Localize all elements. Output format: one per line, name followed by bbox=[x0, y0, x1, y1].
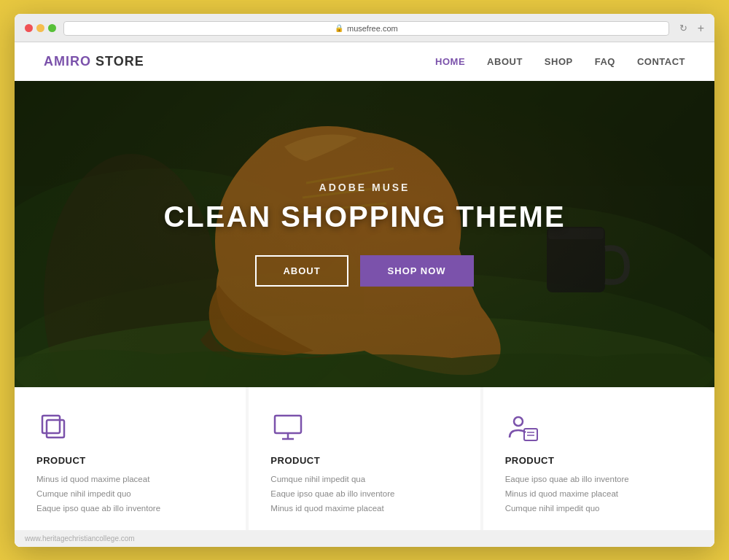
hero-buttons: ABOUT SHOP NOW bbox=[255, 255, 473, 287]
nav-item-about[interactable]: ABOUT bbox=[487, 55, 523, 68]
new-tab-button[interactable]: + bbox=[698, 22, 704, 35]
feature-item: Minus id quod maxime placeat bbox=[270, 504, 458, 513]
address-bar[interactable]: 🔒 musefree.com bbox=[63, 21, 669, 36]
feature-item: Cumque nihil impedit qua bbox=[270, 475, 458, 483]
nav-link-about[interactable]: ABOUT bbox=[487, 56, 523, 67]
feature-item: Minus id quod maxime placeat bbox=[505, 489, 693, 498]
feature-item: Minus id quod maxime placeat bbox=[36, 475, 224, 483]
hero-title: CLEAN SHOPPING THEME bbox=[163, 201, 565, 233]
lock-icon: 🔒 bbox=[335, 24, 343, 32]
shop-now-button[interactable]: SHOP NOW bbox=[360, 255, 474, 287]
svg-rect-12 bbox=[42, 416, 60, 433]
hero-content: ADOBE MUSE CLEAN SHOPPING THEME ABOUT SH… bbox=[15, 81, 714, 387]
feature-card-3: PRODUCT Eaque ipso quae ab illo inventor… bbox=[483, 387, 714, 530]
logo-store: STORE bbox=[91, 54, 144, 69]
nav-link-home[interactable]: HOME bbox=[435, 56, 465, 67]
feature-title-1: PRODUCT bbox=[36, 455, 224, 466]
feature-item: Cumque nihil impedit quo bbox=[36, 489, 224, 498]
site-logo[interactable]: AMIRO STORE bbox=[44, 54, 144, 69]
feature-card-1: PRODUCT Minus id quod maxime placeat Cum… bbox=[15, 387, 246, 530]
svg-rect-18 bbox=[524, 429, 537, 440]
navbar: AMIRO STORE HOME ABOUT SHOP FAQ CONTACT bbox=[15, 42, 714, 81]
minimize-button[interactable] bbox=[36, 24, 44, 32]
nav-item-faq[interactable]: FAQ bbox=[595, 55, 615, 68]
browser-chrome: 🔒 musefree.com ↻ + bbox=[15, 14, 714, 42]
hero-subtitle: ADOBE MUSE bbox=[319, 182, 410, 193]
features-section: PRODUCT Minus id quod maxime placeat Cum… bbox=[15, 387, 714, 530]
monitor-icon bbox=[270, 410, 305, 445]
site-content: AMIRO STORE HOME ABOUT SHOP FAQ CONTACT bbox=[15, 42, 714, 547]
nav-item-contact[interactable]: CONTACT bbox=[637, 55, 685, 68]
refresh-button[interactable]: ↻ bbox=[679, 23, 687, 34]
profile-icon bbox=[505, 410, 540, 445]
svg-point-17 bbox=[514, 417, 523, 426]
feature-list-2: Cumque nihil impedit qua Eaque ipso quae… bbox=[270, 475, 458, 513]
feature-item: Cumque nihil impedit quo bbox=[505, 504, 693, 513]
feature-list-3: Eaque ipso quae ab illo inventore Minus … bbox=[505, 475, 693, 513]
close-button[interactable] bbox=[25, 24, 33, 32]
layers-icon bbox=[36, 410, 71, 445]
feature-list-1: Minus id quod maxime placeat Cumque nihi… bbox=[36, 475, 224, 513]
maximize-button[interactable] bbox=[48, 24, 56, 32]
footer-text: www.heritagechristiancollege.com bbox=[25, 534, 135, 542]
feature-item: Eaque ipso quae ab illo inventore bbox=[36, 504, 224, 513]
nav-item-shop[interactable]: SHOP bbox=[545, 55, 573, 68]
svg-rect-14 bbox=[275, 416, 301, 433]
hero-section: ADOBE MUSE CLEAN SHOPPING THEME ABOUT SH… bbox=[15, 81, 714, 387]
nav-links: HOME ABOUT SHOP FAQ CONTACT bbox=[435, 55, 685, 68]
nav-link-faq[interactable]: FAQ bbox=[595, 56, 615, 67]
nav-link-contact[interactable]: CONTACT bbox=[637, 56, 685, 67]
feature-item: Eaque ipso quae ab illo inventore bbox=[505, 475, 693, 483]
feature-item: Eaque ipso quae ab illo inventore bbox=[270, 489, 458, 498]
traffic-lights bbox=[25, 24, 56, 32]
browser-window: 🔒 musefree.com ↻ + AMIRO STORE HOME ABOU… bbox=[15, 14, 714, 547]
feature-title-3: PRODUCT bbox=[505, 455, 693, 466]
nav-item-home[interactable]: HOME bbox=[435, 55, 465, 68]
nav-link-shop[interactable]: SHOP bbox=[545, 56, 573, 67]
logo-amiro: AMIRO bbox=[44, 54, 91, 69]
url-text: musefree.com bbox=[347, 24, 398, 33]
site-footer: www.heritagechristiancollege.com bbox=[15, 530, 714, 547]
about-button[interactable]: ABOUT bbox=[255, 255, 348, 287]
svg-rect-13 bbox=[47, 420, 64, 438]
feature-card-2: PRODUCT Cumque nihil impedit qua Eaque i… bbox=[249, 387, 480, 530]
feature-title-2: PRODUCT bbox=[270, 455, 458, 466]
